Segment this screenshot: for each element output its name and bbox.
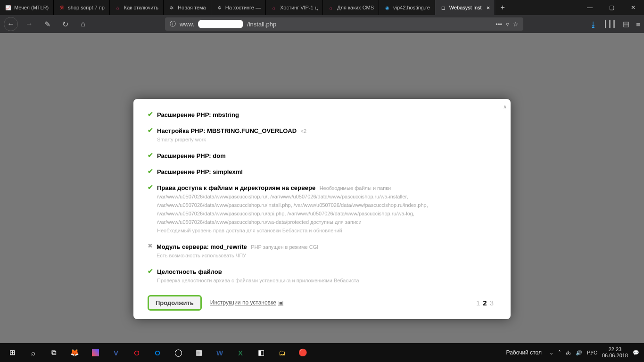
bookmark-icon[interactable]: ☆ [513,21,519,28]
check-warn-icon: ✖ [148,242,153,249]
start-button[interactable]: ⊞ [2,343,23,362]
scroll-up-icon[interactable]: ∧ [503,104,507,110]
check-pass-icon: ✔ [148,183,153,191]
window-controls: — ▢ ✕ [579,0,644,15]
check-row: ✔ Права доступа к файлам и директориям н… [148,183,496,235]
info-icon[interactable]: ⓘ [170,20,176,28]
favicon-icon: ◉ [384,4,390,11]
volume-icon[interactable]: 🔊 [576,350,582,356]
tab-5[interactable]: ⌂Хостинг VIP-1 ц [266,0,323,15]
url-suffix: /install.php [247,21,276,28]
app-icon[interactable] [85,343,106,362]
task-view-icon[interactable]: ⧉ [43,343,64,362]
check-desc: Smarty properly work [157,136,496,144]
forward-button[interactable]: → [23,17,36,31]
firefox-icon[interactable]: 🦊 [64,343,85,362]
check-row: ✔ Расширение PHP: mbstring [148,110,496,119]
check-desc: Есть возможность использовать ЧПУ [157,252,496,260]
external-icon: ▣ [278,299,283,306]
maximize-button[interactable]: ▢ [601,0,622,15]
tab-1[interactable]: Яshop script 7 пр [54,0,110,15]
close-tab-icon[interactable]: × [485,4,490,11]
tab-label: На хостинге — [225,5,261,10]
favicon-icon: ⌂ [115,4,121,11]
app-dark-icon[interactable]: ◧ [251,343,272,362]
check-title: Модуль сервера: mod_rewrite [157,243,247,250]
step-pager: 123 [476,299,496,307]
visio-icon[interactable]: V [106,343,126,362]
calculator-icon[interactable]: ▦ [189,343,209,362]
show-desktop-label[interactable]: Рабочий стол [506,349,542,356]
favicon-icon: ⌂ [328,4,334,11]
word-icon[interactable]: W [209,343,230,362]
check-title: Целостность файлов [157,268,222,275]
url-actions-icon[interactable]: ••• [495,21,502,28]
check-pass-icon: ✔ [148,267,153,275]
tab-label: Webasyst Inst [449,5,482,10]
minimize-button[interactable]: — [579,0,601,15]
tray-chevron-up-icon[interactable]: ˄ [558,350,561,356]
tab-label: Хостинг VIP-1 ц [280,5,318,10]
windows-taskbar: ⊞ ⌕ ⧉ 🦊 V O O ◯ ▦ W X ◧ 🗂 🔴 Рабочий стол… [0,343,644,362]
browser-toolbar: ← → ✎ ↻ ⌂ ⓘ www. /install.php ••• ▿ ☆ ⭳ … [0,15,644,33]
check-pass-icon: ✔ [148,126,153,134]
check-desc: Необходимый уровень прав доступа для уст… [157,227,496,235]
page-content: ∧ ✔ Расширение PHP: mbstring ✔ Настройка… [0,33,644,343]
downloads-icon[interactable]: ⭳ [590,20,597,28]
check-title: Расширение PHP: dom [157,152,226,159]
chrome-icon[interactable]: ◯ [168,343,189,362]
tab-label: Как отключить [124,5,158,10]
favicon-icon: ⌂ [271,4,277,11]
home-button[interactable]: ⌂ [76,17,90,31]
check-row: ✔ Расширение PHP: dom [148,151,496,160]
app-color-icon[interactable]: 🔴 [292,343,313,362]
outlook-icon[interactable]: O [147,343,168,362]
favicon-icon: ✲ [168,4,175,11]
tab-8[interactable]: ◻Webasyst Inst× [435,0,495,15]
url-redacted [198,20,243,28]
tab-7[interactable]: ◉vip42.hosting.re [379,0,435,15]
check-desc: Проверка целостности архива с файлами ус… [157,277,496,285]
clock[interactable]: 22:23 06.06.2018 [602,346,628,358]
favicon-icon: 📈 [5,4,11,11]
address-bar[interactable]: ⓘ www. /install.php ••• ▿ ☆ [165,17,523,31]
close-window-button[interactable]: ✕ [622,0,644,15]
page-1: 1 [476,299,483,307]
instructions-link[interactable]: Инструкции по установке ▣ [210,299,283,306]
page-2-current: 2 [483,299,489,307]
check-pass-icon: ✔ [148,110,153,118]
dev-button[interactable]: ✎ [41,17,54,31]
search-icon[interactable]: ⌕ [23,343,43,362]
tab-2[interactable]: ⌂Как отключить [110,0,164,15]
check-note: PHP запущен в режиме CGI [251,244,318,250]
clock-time: 22:23 [602,346,628,353]
reload-button[interactable]: ↻ [58,17,72,31]
continue-button[interactable]: Продолжить [148,295,202,311]
check-row: ✔ Целостность файлов Проверка целостност… [148,267,496,285]
installer-panel: ∧ ✔ Расширение PHP: mbstring ✔ Настройка… [133,99,511,319]
tab-6[interactable]: ⌂Для каких CMS [323,0,379,15]
tray-chevron-icon[interactable]: ⌄ [549,350,553,356]
tab-0[interactable]: 📈Мечел (MTLR) [0,0,54,15]
menu-icon[interactable]: ≡ [636,20,640,28]
opera-icon[interactable]: O [126,343,147,362]
tab-3[interactable]: ✲Новая тема [164,0,211,15]
pocket-icon[interactable]: ▿ [506,21,509,28]
tab-label: Новая тема [178,5,206,10]
tab-label: vip42.hosting.re [393,5,430,10]
tab-4[interactable]: ✲На хостинге — [211,0,266,15]
system-tray: Рабочий стол ⌄ ˄ 🖧 🔊 РУС 22:23 06.06.201… [506,346,642,358]
lang-indicator[interactable]: РУС [587,350,597,355]
favicon-icon: ◻ [440,4,446,11]
new-tab-button[interactable]: + [495,0,510,15]
tab-label: shop script 7 пр [68,5,105,10]
notifications-icon[interactable]: 💬 [633,350,639,356]
sidebar-icon[interactable]: ▤ [623,20,629,28]
back-button[interactable]: ← [4,17,18,31]
explorer-icon[interactable]: 🗂 [272,343,292,362]
check-pass-icon: ✔ [148,167,153,175]
toolbar-right: ⭳ ┃┃┃ ▤ ≡ [590,20,640,28]
network-icon[interactable]: 🖧 [566,350,571,355]
excel-icon[interactable]: X [230,343,251,362]
library-icon[interactable]: ┃┃┃ [603,20,616,28]
